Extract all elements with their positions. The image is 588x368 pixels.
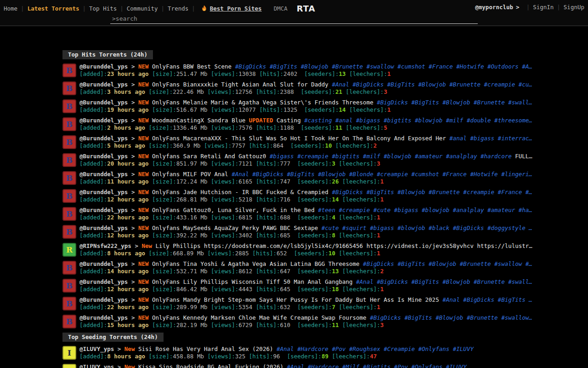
tag-links[interactable]: #Anal #BigDicks #BigTits #Blowjob #Blond… — [228, 171, 532, 178]
tag-links[interactable]: #anal #bigass #interrac… — [446, 135, 532, 142]
torrent-title[interactable]: OnlyFans Mandy Bright Step-mom Says Her … — [152, 296, 439, 303]
avatar[interactable]: B — [62, 99, 76, 113]
tag-links[interactable]: #cute #squirt #bigass #blowjob #black #B… — [318, 224, 532, 231]
nav-item-latest-torrents[interactable]: Latest Torrents — [28, 5, 79, 12]
torrent-stats-line: [added]:8 hours ago [size]:458.88 Mb [vi… — [79, 353, 588, 360]
torrent-title[interactable]: OnlyFans Gattouz0, Luna Silver, Fuck in … — [152, 207, 315, 213]
spacer — [149, 63, 153, 70]
promo-label[interactable]: Best Porn Sites — [210, 5, 262, 12]
username-link[interactable]: @Burunddel_yps — [79, 171, 128, 178]
torrent-title[interactable]: OnlyFans MacarenaXXX - This Slut Was So … — [152, 135, 446, 142]
torrent-title[interactable]: OnlyFans Tina Yoshi & Agatha Vega Asian … — [152, 260, 360, 267]
avatar[interactable]: B — [62, 315, 76, 328]
stat-label-hits: [hits]: — [256, 286, 280, 293]
stat-value-views: 2885 — [235, 250, 249, 257]
torrent-title[interactable]: Onlyfans Sara Retali And Gattouz0 — [152, 153, 266, 160]
username-link[interactable]: @Burunddel_yps — [79, 224, 128, 231]
username-link[interactable]: @Burunddel_yps — [79, 153, 128, 160]
tag-links[interactable]: #BigDicks #BigTits #Blowjob #Brunette #s… — [367, 314, 532, 321]
nav-item-community[interactable]: Community — [127, 5, 158, 12]
dmca-link[interactable]: DMCA — [274, 5, 288, 12]
tag-links[interactable]: #bigass #creampie #bigtits #milf #blowjo… — [266, 153, 511, 160]
tag-links[interactable]: #Anal #Hardcore #Milf #Bigtits #Pov #Onl… — [283, 363, 467, 368]
spacer — [149, 314, 153, 321]
avatar[interactable]: I — [62, 364, 76, 368]
torrent-title[interactable]: Onlyfans MILF POV Anal — [152, 171, 228, 178]
tag-links[interactable]: #Anal #BigDicks #BigTits #Blowjob #Brune… — [353, 278, 532, 285]
username-link[interactable]: @Burunddel_yps — [79, 278, 128, 285]
username-link[interactable]: @Burunddel_yps — [79, 260, 128, 267]
username-link[interactable]: @ILUVY_yps — [79, 345, 114, 352]
avatar[interactable]: B — [62, 279, 76, 293]
username-link[interactable]: @Burunddel_yps — [79, 117, 128, 124]
torrent-title[interactable]: OnlyFans Melanie Marie & Agatha Vega Sis… — [152, 99, 373, 106]
torrent-title[interactable]: OnlyFans Jade Hutchison - IR BBC Fucked … — [152, 189, 328, 196]
tag-links[interactable]: #BigDicks #BigTits #Blowjob #Brunette #s… — [232, 63, 532, 70]
stat-label-added: [added]: — [79, 160, 107, 167]
avatar-letter: B — [66, 209, 73, 218]
spacer — [149, 135, 153, 142]
chevron-right-icon: > — [128, 117, 138, 124]
stat-value-size: 251.47 Mb — [176, 70, 208, 77]
site-name[interactable]: @mypornclub — [475, 4, 513, 11]
torrent-title[interactable]: WoodmanCastingX Sandra Blue UPDATED Cast… — [152, 117, 301, 124]
username-link[interactable]: @Burunddel_yps — [79, 314, 128, 321]
torrent-title[interactable]: OnlyFans Bianxxxkie Tight Asian Anal Slu… — [152, 81, 328, 88]
username-link[interactable]: @Burunddel_yps — [79, 189, 128, 196]
avatar[interactable]: B — [62, 135, 76, 149]
avatar[interactable]: B — [62, 117, 76, 131]
tag-links[interactable]: #Anal #Hardcore #Pov #Roughsex #Creampie… — [273, 345, 474, 352]
search-input[interactable] — [110, 14, 478, 24]
avatar[interactable]: B — [62, 81, 76, 95]
avatar[interactable]: B — [62, 297, 76, 310]
avatar[interactable]: B — [62, 189, 76, 203]
avatar[interactable]: B — [62, 261, 76, 275]
title-part: OnlyFans Gattouz0, Luna Silver, Fuck in … — [152, 207, 315, 213]
username-link[interactable]: @Burunddel_yps — [79, 63, 128, 70]
torrent-title[interactable]: OnlyFans Lily Phillips Wisconsin Tiff 50… — [152, 278, 353, 285]
promo-link[interactable]: Best Porn Sites — [201, 5, 262, 12]
signin-link[interactable]: SignIn — [533, 4, 554, 11]
nav-item-top-hits[interactable]: Top Hits — [89, 5, 117, 12]
torrent-title[interactable]: Lily Phillips https://doodstream.com/e/l… — [156, 242, 532, 249]
torrent-title[interactable]: Sisi Rose Has Very Hard Anal Sex (2026) — [138, 345, 273, 352]
avatar[interactable]: R — [62, 243, 76, 257]
torrent-row: B @Burunddel_yps > NEW Onlyfans MILF POV… — [62, 171, 588, 185]
nav-item-trends[interactable]: Trends — [168, 5, 188, 12]
new-badge: NEW — [138, 260, 149, 267]
tag-links[interactable]: #BigDicks #BigTits #Blowjob #Brunette #c… — [328, 189, 532, 196]
torrent-title[interactable]: Kissa Sins Roadside BG Anal Fucking (202… — [138, 363, 283, 368]
avatar[interactable]: B — [62, 63, 76, 77]
stat-label-added: [added]: — [79, 304, 107, 310]
top-bar: Home|Latest Torrents|Top Hits|Community|… — [0, 0, 588, 26]
username-link[interactable]: @Burunddel_yps — [79, 135, 128, 142]
torrent-title[interactable]: OnlyFans BBW Best Scene — [152, 63, 232, 70]
nav-item-home[interactable]: Home — [4, 5, 17, 12]
torrent-title[interactable]: Onlyfans MaySeeds AquaZay Perky PAWG BBC… — [152, 224, 318, 231]
signup-link[interactable]: SignUp — [564, 4, 584, 11]
username-link[interactable]: @Burunddel_yps — [79, 81, 128, 88]
tag-links[interactable]: #Anal #BigDicks #BigTits #Blowjob #Brune… — [328, 81, 532, 88]
username-link[interactable]: @Burunddel_yps — [79, 207, 128, 213]
stat-value-leechers: 5 — [384, 124, 387, 131]
avatar[interactable]: B — [62, 225, 76, 239]
torrent-title[interactable]: OnlyFans Kennedy Marksen Chloe Mae Wife … — [152, 314, 367, 321]
tag-links[interactable]: #Anal #BigDicks #BigTits … — [439, 296, 532, 303]
stat-label-views: [views]: — [211, 304, 238, 310]
username-link[interactable]: @Burunddel_yps — [79, 296, 128, 303]
tag-links[interactable]: #BigDicks #BigTits #Blowjob #Brunette #s… — [360, 260, 532, 267]
stat-label-size: [size]: — [149, 124, 173, 131]
tag-links[interactable]: #casting #anal #bigass #bigtits #blowjob… — [301, 117, 532, 124]
username-link[interactable]: @ILUVY_yps — [79, 363, 114, 368]
tag-links[interactable]: #BigDicks #BigTits #Blowjob #Brunette #s… — [373, 99, 532, 106]
avatar[interactable]: B — [62, 207, 76, 221]
avatar[interactable]: B — [62, 153, 76, 167]
torrent-title-line: @Burunddel_yps > NEW Onlyfans Sara Retal… — [79, 153, 588, 160]
username-link[interactable]: @Burunddel_yps — [79, 99, 128, 106]
torrent-text: @Burunddel_yps > NEW OnlyFans Jade Hutch… — [79, 189, 588, 203]
tag-links[interactable]: #teen #creampie #cute #bigass #blowjob #… — [315, 207, 532, 213]
stat-label-hits: [hits]: — [256, 214, 280, 221]
avatar[interactable]: I — [62, 346, 76, 360]
username-link[interactable]: @RIPNsfw222_yps — [79, 242, 131, 249]
avatar[interactable]: B — [62, 171, 76, 185]
